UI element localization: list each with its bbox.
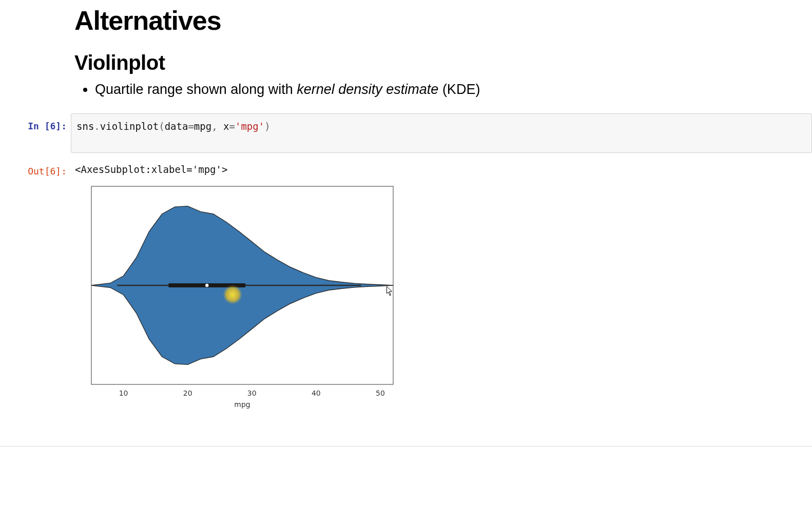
code-token: , bbox=[211, 121, 223, 132]
code-token: mpg bbox=[194, 121, 211, 132]
x-tick-label: 30 bbox=[247, 389, 257, 397]
heading-violinplot: Violinplot bbox=[74, 51, 812, 74]
bullet-item: Quartile range shown along with kernel d… bbox=[95, 82, 812, 98]
output-repr: <AxesSubplot:xlabel='mpg'> bbox=[75, 159, 812, 182]
code-input[interactable]: sns.violinplot(data=mpg, x='mpg') bbox=[71, 113, 812, 153]
input-prompt: In [6]: bbox=[0, 113, 67, 131]
cursor-icon bbox=[386, 286, 392, 296]
code-token: . bbox=[94, 121, 100, 132]
code-token: ) bbox=[264, 121, 270, 132]
code-token: ( bbox=[159, 121, 164, 132]
heading-alternatives: Alternatives bbox=[74, 5, 812, 36]
x-tick-label: 10 bbox=[119, 389, 128, 397]
markdown-cell: Alternatives Violinplot Quartile range s… bbox=[0, 5, 812, 98]
bullet-list: Quartile range shown along with kernel d… bbox=[74, 82, 812, 98]
code-token: x bbox=[223, 121, 229, 132]
violin-plot: 1020304050mpg bbox=[85, 182, 398, 413]
code-token: sns bbox=[76, 121, 94, 132]
bullet-text-suffix: (KDE) bbox=[438, 82, 480, 97]
cell-separator bbox=[0, 446, 812, 447]
output-prompt: Out[6]: bbox=[0, 159, 67, 177]
code-cell: In [6]: sns.violinplot(data=mpg, x='mpg'… bbox=[0, 113, 812, 153]
plot-output: 1020304050mpg bbox=[85, 182, 812, 431]
x-tick-label: 40 bbox=[312, 389, 321, 397]
code-token: violinplot bbox=[100, 121, 159, 132]
code-token: = bbox=[229, 121, 235, 132]
code-token: data bbox=[165, 121, 188, 132]
bullet-text-prefix: Quartile range shown along with bbox=[95, 82, 297, 97]
x-axis-label: mpg bbox=[234, 400, 250, 409]
output-cell: Out[6]: <AxesSubplot:xlabel='mpg'> 10203… bbox=[0, 158, 812, 431]
code-token: = bbox=[188, 121, 194, 132]
bullet-text-em: kernel density estimate bbox=[297, 82, 438, 97]
x-tick-label: 20 bbox=[183, 389, 192, 397]
violin-median-dot bbox=[205, 284, 208, 287]
code-token: 'mpg' bbox=[235, 121, 264, 132]
x-tick-label: 50 bbox=[376, 389, 385, 397]
pointer-highlight-icon bbox=[223, 285, 242, 304]
